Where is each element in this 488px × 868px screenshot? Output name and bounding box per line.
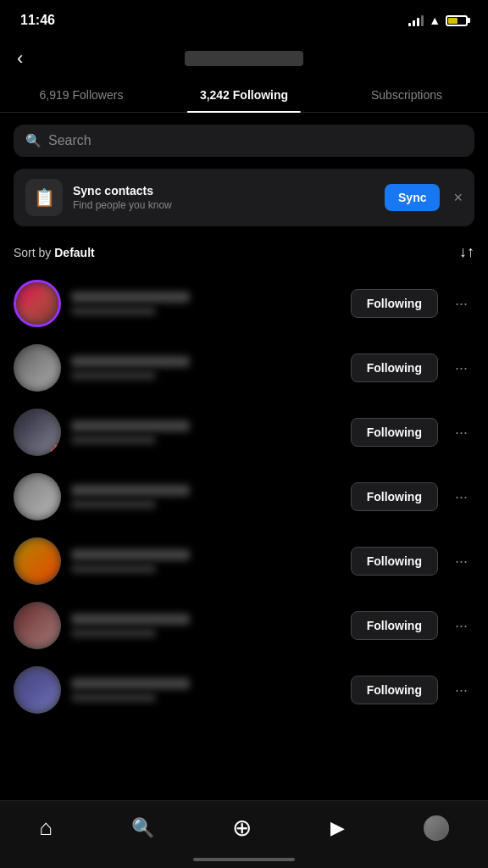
- following-button[interactable]: Following: [351, 289, 438, 318]
- tab-following[interactable]: 3,242 Following: [163, 88, 325, 112]
- more-options-button[interactable]: ···: [448, 549, 474, 574]
- more-options-button[interactable]: ···: [448, 292, 474, 316]
- status-icons: ▲: [408, 14, 468, 27]
- user-name-blur: [71, 549, 190, 560]
- home-icon: ⌂: [39, 815, 53, 841]
- more-options-button[interactable]: ···: [448, 356, 474, 381]
- more-options-button[interactable]: ···: [448, 420, 474, 445]
- sync-close-button[interactable]: ×: [453, 189, 463, 207]
- nav-reels[interactable]: ▶: [330, 817, 345, 839]
- user-handle-blur: [71, 371, 156, 380]
- more-options-button[interactable]: ···: [448, 614, 474, 638]
- sync-button[interactable]: Sync: [385, 184, 440, 211]
- sync-text-area: Sync contacts Find people you know: [73, 184, 374, 211]
- list-item: Following ···: [14, 658, 474, 722]
- list-item: Following ···: [14, 336, 474, 400]
- user-info: [71, 420, 341, 444]
- sync-contacts-banner: 📋 Sync contacts Find people you know Syn…: [14, 169, 474, 226]
- user-info: [71, 549, 341, 573]
- back-button[interactable]: ‹: [17, 47, 23, 70]
- search-container: 🔍 Search: [0, 113, 488, 165]
- avatar: [14, 666, 61, 714]
- list-item: Following ···: [14, 465, 474, 529]
- avatar: [14, 344, 61, 392]
- user-handle-blur: [71, 565, 156, 573]
- tabs-bar: 6,919 Followers 3,242 Following Subscrip…: [0, 80, 488, 113]
- list-item: 🔥 Following ···: [14, 400, 474, 465]
- user-name-blur: [71, 678, 190, 689]
- nav-profile[interactable]: [424, 815, 449, 841]
- emoji-badge: 🔥: [48, 444, 61, 456]
- user-name-blur: [71, 420, 190, 431]
- home-indicator: [193, 858, 295, 861]
- following-button[interactable]: Following: [351, 547, 438, 576]
- user-handle-blur: [71, 436, 156, 444]
- battery-icon: [446, 15, 468, 26]
- user-handle-blur: [71, 500, 156, 509]
- user-handle-blur: [71, 307, 156, 315]
- more-options-button[interactable]: ···: [448, 678, 474, 703]
- status-time: 11:46: [20, 13, 55, 28]
- user-name-blur: [71, 292, 190, 303]
- avatar: [14, 280, 61, 327]
- avatar: 🔥: [14, 409, 61, 456]
- header: ‹: [0, 37, 488, 80]
- search-icon: 🔍: [25, 133, 42, 148]
- profile-avatar: [424, 815, 449, 841]
- list-item: Following ···: [14, 593, 474, 658]
- avatar: [14, 537, 61, 585]
- user-name-blur: [71, 356, 190, 367]
- wifi-icon: ▲: [429, 14, 441, 27]
- sync-title: Sync contacts: [73, 184, 374, 198]
- list-item: Following ···: [14, 529, 474, 593]
- user-info: [71, 292, 341, 315]
- list-item: Following ···: [14, 271, 474, 336]
- following-button[interactable]: Following: [351, 418, 438, 447]
- search-bar[interactable]: 🔍 Search: [14, 125, 474, 157]
- user-handle-blur: [71, 629, 156, 637]
- nav-home[interactable]: ⌂: [39, 815, 53, 841]
- user-name-blur: [71, 485, 190, 496]
- nav-create[interactable]: ⊕: [232, 814, 252, 842]
- tab-followers[interactable]: 6,919 Followers: [0, 88, 163, 112]
- nav-search[interactable]: 🔍: [131, 817, 154, 839]
- create-icon: ⊕: [232, 814, 252, 842]
- search-input[interactable]: Search: [48, 133, 92, 148]
- sort-bar: Sort by Default ↓↑: [0, 240, 488, 271]
- user-info: [71, 678, 341, 702]
- avatar: [14, 473, 61, 520]
- search-nav-icon: 🔍: [131, 817, 154, 839]
- user-handle-blur: [71, 693, 156, 702]
- user-name-blur: [71, 614, 190, 625]
- following-button[interactable]: Following: [351, 482, 438, 511]
- signal-icon: [408, 14, 424, 26]
- user-info: [71, 485, 341, 509]
- sync-contacts-icon: 📋: [25, 179, 63, 216]
- avatar: [14, 602, 61, 649]
- sort-order-icon[interactable]: ↓↑: [459, 243, 474, 261]
- following-button[interactable]: Following: [351, 611, 438, 640]
- user-info: [71, 614, 341, 637]
- following-button[interactable]: Following: [351, 676, 438, 704]
- status-bar: 11:46 ▲: [0, 0, 488, 37]
- sort-label: Sort by Default: [14, 246, 95, 259]
- tab-subscriptions[interactable]: Subscriptions: [325, 88, 488, 112]
- user-info: [71, 356, 341, 380]
- more-options-button[interactable]: ···: [448, 485, 474, 509]
- following-button[interactable]: Following: [351, 353, 438, 382]
- following-list: Following ··· Following ··· 🔥 Following …: [0, 271, 488, 722]
- sync-subtitle: Find people you know: [73, 199, 374, 211]
- header-username-blur: [185, 51, 303, 66]
- reels-icon: ▶: [330, 817, 345, 839]
